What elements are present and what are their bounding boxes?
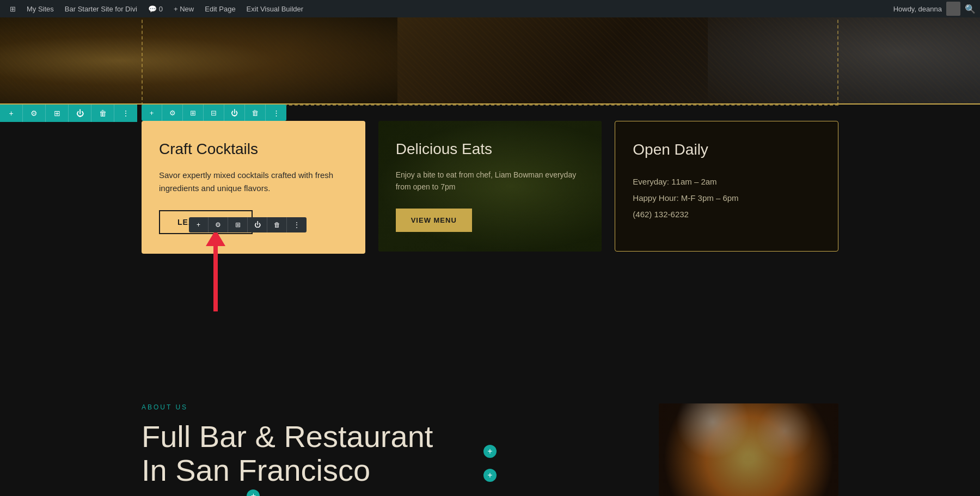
row-toolbar: + ⚙ ⊞ ⊟ ⏻ 🗑 ⋮ bbox=[142, 105, 286, 121]
row-clone-button[interactable]: ⊞ bbox=[183, 105, 204, 121]
site-name-link[interactable]: Bar Starter Site for Divi bbox=[59, 0, 143, 17]
module-clone-button[interactable]: ⊞ bbox=[228, 217, 248, 232]
edit-page-link[interactable]: Edit Page bbox=[199, 0, 241, 17]
site-name-text: Bar Starter Site for Divi bbox=[65, 5, 137, 13]
about-heading: Full Bar & Restaurant In San Francisco bbox=[142, 420, 637, 487]
new-content-link[interactable]: + New bbox=[168, 0, 199, 17]
eats-description: Enjoy a bite to eat from chef, Liam Bowm… bbox=[396, 169, 585, 193]
cocktails-description: Savor expertly mixed cocktails crafted w… bbox=[159, 169, 348, 195]
section-clone-button[interactable]: ⊞ bbox=[46, 105, 69, 122]
admin-bar: ⊞ My Sites Bar Starter Site for Divi 💬 0… bbox=[0, 0, 980, 17]
eats-card: Delicious Eats Enjoy a bite to eat from … bbox=[378, 121, 602, 252]
ice-cubes-image bbox=[659, 403, 838, 496]
section-add-button[interactable]: + bbox=[0, 105, 23, 122]
eats-title: Delicious Eats bbox=[396, 140, 585, 158]
phone-number: (462) 132-6232 bbox=[633, 210, 689, 219]
row-delete-button[interactable]: 🗑 bbox=[245, 105, 266, 121]
hours-card: Open Daily Everyday: 11am – 2am Happy Ho… bbox=[615, 121, 838, 252]
edit-page-label: Edit Page bbox=[205, 5, 235, 13]
hours-details: Everyday: 11am – 2am Happy Hour: M-F 3pm… bbox=[633, 174, 820, 223]
module-more-button[interactable]: ⋮ bbox=[287, 217, 307, 232]
view-menu-button[interactable]: VIEW MENU bbox=[396, 209, 472, 232]
module-add-button[interactable]: + bbox=[189, 217, 209, 232]
section-settings-button[interactable]: ⚙ bbox=[23, 105, 46, 122]
about-label: ABOUT US bbox=[142, 403, 637, 411]
section-more-button[interactable]: ⋮ bbox=[114, 105, 137, 122]
row-layout-button[interactable]: ⊟ bbox=[204, 105, 224, 121]
module-settings-button[interactable]: ⚙ bbox=[209, 217, 228, 232]
hours-line2: Happy Hour: M-F 3pm – 6pm bbox=[633, 193, 738, 203]
comments-icon: 💬 bbox=[148, 5, 157, 13]
new-label: + New bbox=[174, 5, 194, 13]
exit-builder-label: Exit Visual Builder bbox=[247, 5, 304, 13]
wp-icon: ⊞ bbox=[10, 5, 16, 13]
cocktails-card: Craft Cocktails Savor expertly mixed coc… bbox=[142, 121, 365, 254]
add-section-below-button[interactable]: + bbox=[483, 469, 497, 482]
crystal-image bbox=[0, 17, 397, 103]
comments-link[interactable]: 💬 0 bbox=[143, 0, 168, 17]
about-text: ABOUT US Full Bar & Restaurant In San Fr… bbox=[142, 403, 659, 496]
search-icon[interactable]: 🔍 bbox=[965, 4, 976, 14]
page-wrapper: + ⚙ ⊞ ⏻ 🗑 ⋮ + ⚙ ⊞ ⊟ ⏻ 🗑 ⋮ + ⚙ ⊞ ⏻ 🗑 ⋮ Cr… bbox=[0, 17, 980, 496]
section-delete-button[interactable]: 🗑 bbox=[91, 105, 114, 122]
my-sites-label: My Sites bbox=[27, 5, 54, 13]
module-delete-button[interactable]: 🗑 bbox=[267, 217, 287, 232]
section-toolbar: + ⚙ ⊞ ⏻ 🗑 ⋮ bbox=[0, 105, 137, 122]
rock-image bbox=[708, 17, 980, 103]
wp-logo[interactable]: ⊞ bbox=[4, 0, 21, 17]
cocktails-title: Craft Cocktails bbox=[159, 140, 348, 158]
avatar-icon bbox=[946, 2, 960, 16]
comments-count: 0 bbox=[159, 5, 163, 13]
about-heading-line1: Full Bar & Restaurant bbox=[142, 419, 433, 454]
section-disable-button[interactable]: ⏻ bbox=[69, 105, 91, 122]
admin-bar-right: Howdy, deanna 🔍 bbox=[893, 2, 976, 16]
hours-title: Open Daily bbox=[633, 141, 820, 158]
about-image bbox=[659, 403, 838, 496]
row-add-button[interactable]: + bbox=[142, 105, 162, 121]
row-settings-button[interactable]: ⚙ bbox=[162, 105, 183, 121]
hours-line1: Everyday: 11am – 2am bbox=[633, 177, 716, 186]
module-toolbar: + ⚙ ⊞ ⏻ 🗑 ⋮ bbox=[189, 217, 307, 232]
howdy-text: Howdy, deanna bbox=[893, 5, 942, 13]
module-disable-button[interactable]: ⏻ bbox=[248, 217, 267, 232]
row-more-button[interactable]: ⋮ bbox=[266, 105, 286, 121]
my-sites-menu[interactable]: My Sites bbox=[21, 0, 59, 17]
exit-builder-link[interactable]: Exit Visual Builder bbox=[241, 0, 309, 17]
eats-content: Delicious Eats Enjoy a bite to eat from … bbox=[396, 140, 585, 232]
add-row-below-button[interactable]: + bbox=[483, 445, 497, 458]
row-disable-button[interactable]: ⏻ bbox=[224, 105, 245, 121]
top-image-section bbox=[0, 17, 980, 105]
about-heading-line2: In San Francisco bbox=[142, 453, 370, 487]
